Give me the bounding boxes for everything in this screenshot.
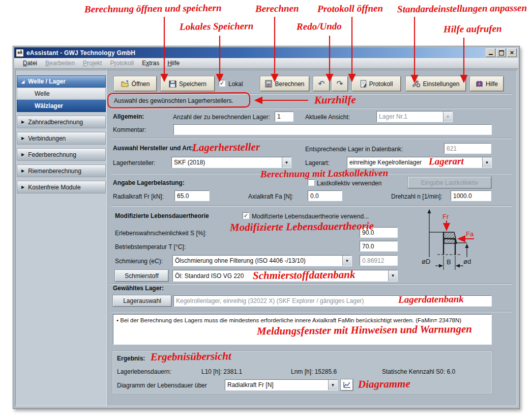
betriebstemperatur-label: Betriebstemperatur T [°C]: [115,243,186,251]
dropdown-arrow-icon: ▼ [282,157,291,168]
sidebar-item-waelzlager[interactable]: Wälzlager [17,100,106,112]
datenbank-count-input [444,143,491,154]
ansicht-dropdown[interactable]: Lager Nr.1 ▼ [376,111,453,122]
menu-bearbeiten[interactable]: Bearbeiten [42,59,78,68]
lebensdauer-checkbox[interactable]: ✓ [243,212,249,219]
ec-value-input [360,255,398,266]
sidebar-item-kostenfreie-module[interactable]: ▶ Kostenfreie Module [17,181,106,193]
lebensdauer-checkbox-label: Modifizierte Lebensdauertheorie verwend.… [252,213,369,220]
annotation-redo-undo: Redo/Undo [297,21,342,33]
ergebnis-label: Ergebnis: [117,355,145,362]
maximize-button[interactable] [496,48,506,57]
annotation-schmierstoffdatenbank: Schmierstoffdatenbank [253,268,356,282]
collapsed-icon: ▶ [21,120,24,124]
dD-label: øD [422,258,430,265]
save-button[interactable]: Speichern [161,76,215,91]
anzahl-label: Anzahl der zu berechnenden Lager: [173,114,270,121]
bearing-outer-race [444,232,456,238]
screenshot-canvas: eA eAssistant - GWJ Technology GmbH ✕ Da… [0,0,532,416]
dd-label: ød [463,258,471,265]
collapsed-icon: ▶ [21,169,24,173]
statische-kennzahl-value: Statische Kennzahl S0: 6.0 [382,368,455,375]
dropdown-arrow-icon: ▼ [342,256,351,266]
dropdown-arrow-icon: ▼ [443,112,452,122]
schmierung-label: Schmierung (eC): [115,258,163,265]
erlebenswahrscheinlichkeit-label: Erlebenswahrscheinlichkeit S [%]: [115,230,206,237]
section-allgemein-label: Allgemein: [113,113,144,120]
open-button[interactable]: Öffnen [114,76,157,91]
betriebstemperatur-input[interactable] [360,241,398,252]
chart-icon [343,381,351,389]
diagramm-label: Diagramm der Lebensdauer über [117,382,207,389]
help-button[interactable]: ? Hilfe [470,76,504,91]
l10-value: L10 [h]: 2381.1 [201,368,242,375]
kommentar-input[interactable] [173,124,492,135]
kommentar-label: Kommentar: [113,126,146,133]
lastkollektiv-checkbox[interactable] [308,179,314,186]
menu-datei[interactable]: Datei [19,59,41,68]
undo-button[interactable]: ↶ [313,76,330,91]
diagramm-chart-button[interactable] [341,379,353,391]
schmierstoff-button[interactable]: Schmierstoff [115,270,168,282]
sidebar-item-welle-lager[interactable]: ◢ Welle / Lager [17,75,106,88]
expanded-icon: ◢ [21,79,24,84]
redo-button[interactable]: ↷ [332,76,348,91]
dropdown-arrow-icon: ▼ [482,157,491,168]
fa-label: Fa [466,230,474,238]
dropdown-arrow-icon: ▼ [388,270,397,281]
sidebar-item-verbindungen[interactable]: ▶ Verbindungen [17,132,106,145]
minimize-icon [489,50,493,55]
calculate-button[interactable]: Berechnen [260,76,309,91]
message-text: • Bei der Berechnung des Lagers muss die… [116,317,461,323]
minimize-button[interactable] [486,48,495,57]
lokal-checkbox[interactable]: ✓ [219,80,225,87]
sidebar-item-federberechnung[interactable]: ▶ Federberechnung [17,148,106,161]
annotation-berechnen: Berechnen [255,3,299,15]
diagramm-dropdown[interactable]: Radialkraft Fr [N] ▼ [225,379,338,391]
check-icon: ✓ [220,80,224,87]
collapsed-icon: ▶ [21,136,24,141]
lnm-value: Lnm [h]: 15285.6 [291,368,337,375]
redo-icon: ↷ [336,79,343,89]
axialkraft-label: Axialkraft Fa [N]: [248,193,293,200]
protocol-button[interactable]: Protokoll [352,76,401,91]
menu-projekt[interactable]: Projekt [79,59,105,68]
window-title: eAssistant - GWJ Technology GmbH [26,49,135,57]
sidebar-item-welle[interactable]: Welle [17,88,106,100]
schmierung-dropdown[interactable]: Ölschmierung ohne Filterung (ISO 4406 -/… [172,255,352,266]
undo-icon: ↶ [318,79,324,89]
close-button[interactable]: ✕ [507,48,517,57]
annotation-diagramme: Diagramme [358,377,410,391]
calculator-icon [265,80,272,88]
annotation-kurzhilfe: Kurzhilfe [314,94,356,107]
drehzahl-input[interactable] [451,190,491,201]
lagerauswahl-button[interactable]: Lagerauswahl [113,295,171,307]
tools-icon [412,80,420,88]
settings-button[interactable]: Einstellungen [406,76,466,91]
section-lebensdauer-label: Modifizierte Lebensdauertheorie [115,212,209,219]
axialkraft-input[interactable] [308,190,342,201]
drehzahl-label: Drehzahl n [1/min]: [391,193,442,200]
sidebar-item-riemenberechnung[interactable]: ▶ Riemenberechnung [17,164,106,177]
collapsed-icon: ▶ [21,152,24,157]
annotation-lebensdauertheorie: Modifizierte Lebensdauertheorie [230,220,374,234]
menu-hilfe[interactable]: Hilfe [164,59,183,68]
lagerart-dropdown[interactable]: einreihige Kegelrollenlager ▼ [347,157,492,168]
lokal-checkbox-label: Lokal [228,80,243,88]
lebensdauern-label: Lagerlebensdauern: [117,368,171,375]
close-icon: ✕ [510,50,514,56]
lagerhersteller-label: Lagerhersteller: [113,159,155,167]
annotation-lagerhersteller: Lagerhersteller [192,141,260,154]
menu-protokoll[interactable]: Protokoll [106,59,137,68]
radialkraft-input[interactable] [174,190,210,201]
ansicht-label: Aktuelle Ansicht: [305,114,350,121]
datenbank-label: Entsprechende Lager in Datenbank: [305,146,403,153]
collapsed-icon: ▶ [21,185,24,189]
lagerhersteller-dropdown[interactable]: SKF (2018) ▼ [171,157,291,168]
title-bar[interactable]: eA eAssistant - GWJ Technology GmbH ✕ [14,47,518,58]
help-book-icon: ? [476,80,483,88]
dropdown-arrow-icon: ▼ [328,380,337,390]
anzahl-input[interactable] [275,112,293,122]
sidebar-item-zahnradberechnung[interactable]: ▶ Zahnradberechnung [17,116,106,128]
menu-extras[interactable]: Extras [138,59,163,68]
